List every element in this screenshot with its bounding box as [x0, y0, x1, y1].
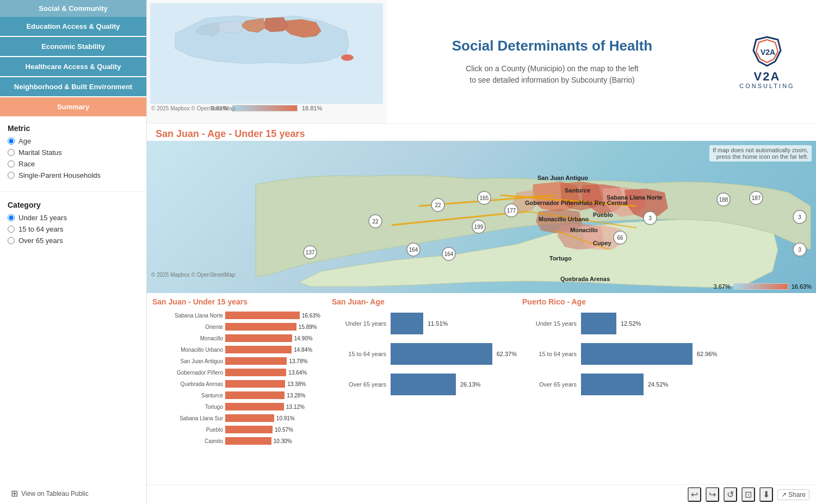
detail-legend-max: 16.63%: [792, 283, 812, 290]
metric-marital[interactable]: Marital Status: [8, 148, 139, 157]
share-button[interactable]: ↗ Share: [777, 489, 809, 500]
overview-map-svg: [150, 3, 372, 94]
detail-map-credit: © 2025 Mapbox © OpenStreetMap: [151, 272, 235, 278]
detail-map-container[interactable]: 22 22 165 177 199 164 164 3 66 188: [147, 141, 816, 293]
detail-map-background: 22 22 165 177 199 164 164 3 66 188: [147, 141, 816, 293]
puertorico-age-chart: Under 15 years12.52%15 to 64 years62.96%…: [522, 310, 811, 397]
share-label: Share: [788, 491, 806, 499]
svg-text:Sabana Llana Norte: Sabana Llana Norte: [607, 194, 663, 201]
bar-chart-row: Sabana Llana Sur10.91%: [152, 413, 326, 423]
top-area: © 2025 Mapbox © OpenStreetMap 6.81% 18.8…: [147, 0, 816, 124]
bar-fill: [225, 357, 287, 365]
category-section: Category Under 15 years 15 to 64 years O…: [0, 194, 146, 254]
sidebar-item-education[interactable]: Education Access & Quality: [0, 17, 146, 37]
metric-title: Metric: [8, 124, 139, 133]
svg-text:177: 177: [507, 208, 516, 214]
age-bar-fill: [391, 313, 423, 334]
metric-age[interactable]: Age: [8, 137, 139, 145]
pr-age-bar-value: 24.52%: [648, 381, 668, 388]
bar-label: Gobernador Piñero: [152, 370, 223, 376]
age-row-label: 15 to 64 years: [332, 351, 386, 357]
bar-value: 10.91%: [276, 415, 295, 421]
age-row-label: Over 65 years: [332, 381, 386, 388]
pr-age-chart-row: Under 15 years12.52%: [522, 313, 811, 334]
pr-age-bar-fill: [581, 374, 644, 395]
category-under15[interactable]: Under 15 years: [8, 214, 139, 222]
svg-text:Quebrada Arenas: Quebrada Arenas: [560, 276, 610, 282]
metric-section: Metric Age Marital Status Race Single-Pa…: [0, 117, 146, 189]
bar-fill: [225, 437, 271, 445]
bar-fill: [225, 380, 285, 388]
bar-value: 13.64%: [288, 370, 307, 376]
age-bar-fill: [391, 374, 456, 395]
detail-legend-min: 3.67%: [713, 283, 730, 290]
bar-fill: [225, 334, 292, 342]
v2a-consulting: CONSULTING: [739, 83, 794, 89]
bar-fill: [225, 403, 284, 410]
sidebar-item-economic[interactable]: Economic Stability: [0, 37, 146, 57]
bar-chart-row: Santurce13.28%: [152, 390, 326, 400]
pr-age-row-label: Over 65 years: [522, 381, 577, 388]
footer-toolbar: ↩ ↪ ↺ ⊡ ⬇ ↗ Share: [147, 484, 816, 504]
svg-text:188: 188: [719, 197, 728, 203]
svg-marker-2: [263, 17, 288, 32]
main-content: © 2025 Mapbox © OpenStreetMap 6.81% 18.8…: [147, 0, 816, 504]
svg-text:Pueblo: Pueblo: [593, 211, 613, 218]
bar-value: 14.84%: [294, 347, 312, 353]
sanjuan-age-chart: Under 15 years11.51%15 to 64 years62.37%…: [332, 310, 517, 397]
bar-fill: [225, 391, 285, 399]
legend-gradient: [232, 105, 298, 111]
overview-map[interactable]: [150, 3, 383, 104]
svg-text:199: 199: [474, 224, 484, 230]
sanjuan-age-chart-panel: San Juan- Age Under 15 years11.51%15 to …: [332, 297, 517, 480]
redo-button[interactable]: ↪: [706, 487, 719, 502]
detail-map-svg: 22 22 165 177 199 164 164 3 66 188: [147, 141, 816, 293]
sidebar-item-healthcare[interactable]: Healthcare Access & Quality: [0, 57, 146, 77]
age-chart-row: Under 15 years11.51%: [332, 313, 517, 334]
tableau-link[interactable]: ⊞ View on Tableau Public: [0, 483, 146, 504]
undo-button[interactable]: ↩: [688, 487, 701, 502]
pr-age-bar-value: 62.96%: [697, 351, 717, 357]
metric-single-parent[interactable]: Single-Parent Households: [8, 171, 139, 179]
sanjuan-bar-chart-title: San Juan - Under 15 years: [152, 297, 326, 306]
detail-legend-gradient: [734, 283, 788, 290]
sanjuan-age-title: San Juan- Age: [332, 297, 517, 306]
bar-fill: [225, 426, 273, 433]
age-bar-value: 11.51%: [428, 320, 448, 327]
overview-map-credit: © 2025 Mapbox © OpenStreetMap: [151, 105, 235, 111]
svg-text:66: 66: [617, 235, 623, 241]
sanjuan-bar-chart: Sabana Llana Norte16.63%Oriente15.89%Mon…: [152, 310, 326, 446]
svg-text:Monacillo: Monacillo: [570, 227, 598, 233]
pr-age-bar-value: 12.52%: [621, 320, 641, 327]
svg-text:22: 22: [435, 202, 441, 208]
v2a-logo: V2A V2A CONSULTING: [739, 34, 794, 89]
svg-point-6: [341, 54, 353, 60]
bar-chart-row: Oriente15.89%: [152, 322, 326, 332]
detail-map-title: San Juan - Age - Under 15 years: [147, 124, 816, 141]
bar-value: 13.38%: [287, 381, 306, 387]
title-area: Social Determinants of Health Click on a…: [386, 0, 718, 123]
svg-text:3: 3: [798, 247, 801, 253]
bar-label: Monacillo: [152, 335, 223, 341]
svg-text:164: 164: [409, 247, 418, 253]
bar-label: Quebrada Arenas: [152, 381, 223, 387]
category-15to64[interactable]: 15 to 64 years: [8, 225, 139, 233]
download-button[interactable]: ⬇: [759, 487, 773, 502]
bar-label: Monacillo Urbano: [152, 347, 223, 353]
sidebar-section-header: Social & Community: [0, 0, 146, 17]
sidebar-item-summary[interactable]: Summary: [0, 97, 146, 117]
bar-label: Santurce: [152, 393, 223, 399]
bar-chart-row: Monacillo14.90%: [152, 333, 326, 343]
detail-map-legend: 3.67% 16.63%: [713, 283, 812, 290]
svg-text:165: 165: [480, 195, 489, 201]
reset-button[interactable]: ↺: [724, 487, 737, 502]
puertorico-age-title: Puerto Rico - Age: [522, 297, 811, 306]
bar-chart-row: Gobernador Piñero13.64%: [152, 368, 326, 377]
sidebar-item-neighborhood[interactable]: Neighborhood & Built Environment: [0, 77, 146, 97]
bar-chart-row: Sabana Llana Norte16.63%: [152, 310, 326, 320]
bar-label: Sabana Llana Sur: [152, 415, 223, 421]
category-over65[interactable]: Over 65 years: [8, 237, 139, 245]
metric-race[interactable]: Race: [8, 160, 139, 168]
bar-fill: [225, 323, 296, 331]
fit-button[interactable]: ⊡: [741, 487, 755, 502]
